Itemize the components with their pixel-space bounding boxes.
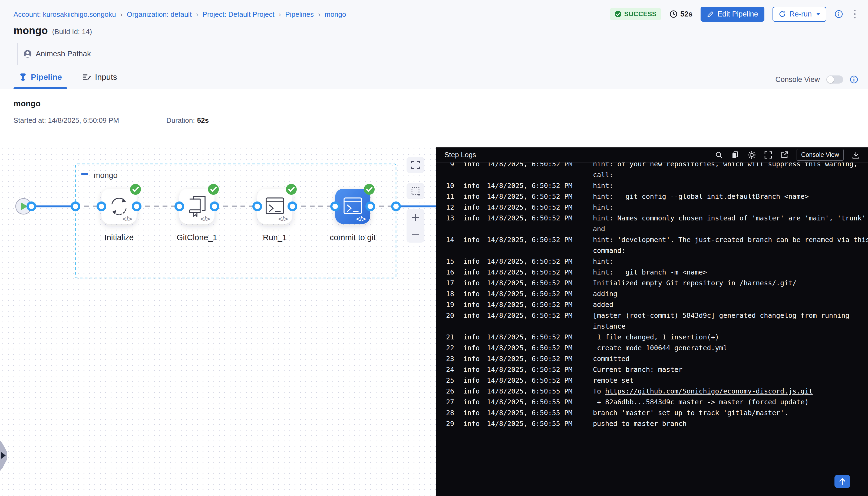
log-level: info: [463, 310, 480, 321]
log-row: 13info14/8/2025, 6:50:52 PMhint: Names c…: [436, 213, 868, 224]
log-level: info: [463, 234, 480, 245]
kebab-menu-icon[interactable]: [851, 9, 858, 19]
log-message: committed: [593, 354, 868, 364]
tab-pipeline-label: Pipeline: [31, 73, 62, 82]
log-row: 11info14/8/2025, 6:50:52 PMhint: git con…: [436, 191, 868, 202]
canvas-fullscreen-button[interactable]: [406, 157, 424, 173]
breadcrumb-item[interactable]: Account: kurosakiichigo.songoku: [14, 10, 116, 19]
minus-icon[interactable]: [410, 229, 420, 239]
log-message: added: [593, 299, 868, 310]
copy-icon[interactable]: [731, 151, 739, 159]
step-logs-toolbar: Console View: [715, 149, 860, 161]
log-line-number: 17: [436, 278, 454, 289]
log-line-number: 23: [436, 354, 454, 364]
log-message-indent: [436, 224, 593, 234]
log-timestamp: 14/8/2025, 6:50:55 PM: [487, 407, 593, 418]
build-title-row: mongo (Build Id: 14): [14, 25, 92, 36]
log-timestamp: 14/8/2025, 6:50:52 PM: [487, 375, 593, 386]
canvas-grid: [0, 146, 436, 496]
log-message-indent: [436, 245, 593, 256]
clock-icon: [669, 10, 678, 18]
duration-text: 52s: [680, 10, 693, 18]
node-gitclone[interactable]: </> GitClone_1: [176, 184, 219, 242]
log-level: info: [463, 332, 480, 343]
log-line-number: 25: [436, 375, 454, 386]
step-logs-header: Step Logs Console View: [436, 148, 868, 162]
log-row: and: [436, 224, 868, 234]
stage-group-label: mongo: [94, 171, 118, 180]
info-icon[interactable]: [850, 75, 858, 84]
console-view-button[interactable]: Console View: [796, 149, 844, 161]
log-message-indent: [436, 170, 593, 181]
log-line-number: 29: [436, 418, 454, 429]
log-level: info: [463, 418, 480, 429]
log-line-number: 21: [436, 332, 454, 343]
build-id: (Build Id: 14): [52, 28, 92, 36]
log-message: Initialized empty Git repository in /har…: [593, 278, 868, 289]
log-message: branch 'master' set up to track 'gitlab/…: [593, 407, 868, 418]
log-message: hint:: [593, 181, 868, 191]
tab-pipeline[interactable]: Pipeline: [17, 68, 64, 89]
search-icon[interactable]: [715, 151, 723, 159]
log-line-number: 9: [436, 162, 454, 170]
tab-inputs[interactable]: Inputs: [81, 68, 119, 89]
success-check-icon: [130, 184, 141, 195]
download-icon[interactable]: [852, 151, 860, 159]
log-message: hint: Names commonly chosen instead of '…: [593, 213, 868, 224]
log-row: 17info14/8/2025, 6:50:52 PMInitialized e…: [436, 278, 868, 289]
log-row: 12info14/8/2025, 6:50:52 PMhint:: [436, 202, 868, 213]
canvas-zoom-controls: [406, 209, 424, 243]
log-line-number: 26: [436, 386, 454, 397]
log-message: 1 file changed, 1 insertion(+): [593, 332, 868, 343]
log-line-number: 12: [436, 202, 454, 213]
log-timestamp: 14/8/2025, 6:50:55 PM: [487, 418, 593, 429]
info-icon[interactable]: [835, 10, 843, 18]
gear-icon[interactable]: [747, 151, 756, 159]
duration-indicator: 52s: [669, 10, 693, 18]
inputs-icon: [82, 73, 91, 81]
stage-collapse-icon[interactable]: [81, 173, 88, 175]
success-check-icon: [364, 184, 375, 195]
log-row: 21info14/8/2025, 6:50:52 PM 1 file chang…: [436, 332, 868, 343]
header-actions: SUCCESS 52s Edit Pipeline Re-run: [610, 6, 858, 22]
log-level: info: [463, 299, 480, 310]
log-timestamp: 14/8/2025, 6:50:52 PM: [487, 289, 593, 299]
log-timestamp: 14/8/2025, 6:50:52 PM: [487, 310, 593, 321]
duration-value: 52s: [197, 116, 209, 124]
node-commit-to-git[interactable]: </> commit to git: [330, 184, 376, 242]
external-link-icon[interactable]: [780, 151, 789, 159]
log-timestamp: 14/8/2025, 6:50:52 PM: [487, 354, 593, 364]
log-row: 14info14/8/2025, 6:50:52 PMhint: 'develo…: [436, 234, 868, 245]
step-logs-body[interactable]: 9info14/8/2025, 6:50:52 PMhint: of your …: [436, 162, 868, 496]
log-level: info: [463, 181, 480, 191]
log-level: info: [463, 278, 480, 289]
code-icon: </>: [123, 215, 132, 222]
breadcrumb-item[interactable]: mongo: [325, 10, 346, 19]
breadcrumb-separator: ›: [196, 11, 198, 18]
scroll-to-top-button[interactable]: [835, 475, 850, 488]
log-message: create mode 100644 generated.yml: [593, 343, 868, 354]
log-level: info: [463, 397, 480, 407]
breadcrumb-item[interactable]: Project: Default Project: [203, 10, 275, 19]
author-row: Animesh Pathak: [17, 43, 91, 65]
log-message-continuation: command:: [593, 245, 868, 256]
log-message: hint:: [593, 256, 868, 267]
log-level: info: [463, 386, 480, 397]
node-label: Initialize: [104, 233, 134, 242]
log-row: 15info14/8/2025, 6:50:52 PMhint:: [436, 256, 868, 267]
console-view-toggle[interactable]: [826, 75, 843, 83]
log-line-number: 13: [436, 213, 454, 224]
fullscreen-icon[interactable]: [764, 151, 772, 159]
plus-icon[interactable]: [410, 213, 420, 222]
log-timestamp: 14/8/2025, 6:50:52 PM: [487, 213, 593, 224]
log-line-number: 22: [436, 343, 454, 354]
breadcrumb-item[interactable]: Pipelines: [285, 10, 314, 19]
log-line-number: 28: [436, 407, 454, 418]
pipeline-canvas[interactable]: mongo </> Initial: [0, 146, 436, 496]
edit-pipeline-button[interactable]: Edit Pipeline: [701, 7, 764, 22]
status-text: SUCCESS: [624, 10, 657, 18]
breadcrumb-item[interactable]: Organization: default: [127, 10, 192, 19]
rerun-button[interactable]: Re-run: [773, 7, 826, 22]
log-link[interactable]: https://github.com/Sonichigo/economy-dis…: [605, 387, 813, 395]
canvas-selection-button[interactable]: [406, 183, 424, 199]
